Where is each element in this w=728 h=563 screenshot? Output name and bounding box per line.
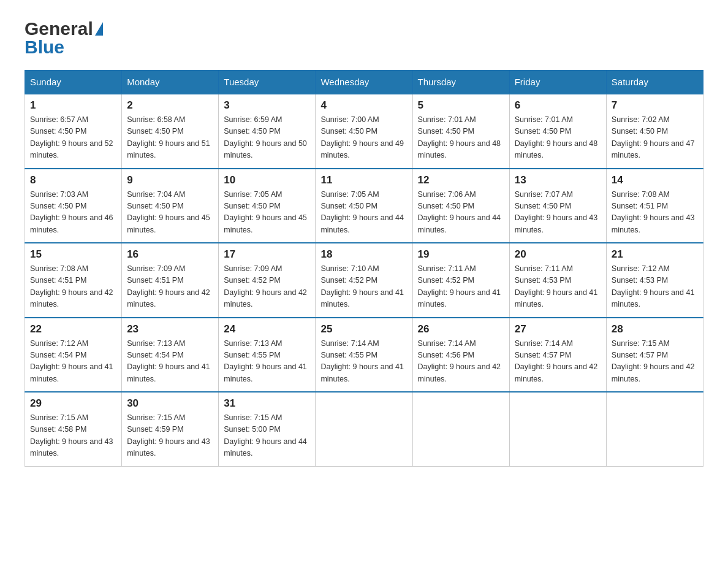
day-number: 19 (418, 248, 504, 261)
day-info: Sunrise: 7:05 AMSunset: 4:50 PMDaylight:… (224, 189, 310, 237)
page-header: General Blue (25, 18, 703, 58)
day-info: Sunrise: 7:10 AMSunset: 4:52 PMDaylight:… (320, 263, 407, 311)
logo: General Blue (25, 18, 105, 58)
week-row-4: 22Sunrise: 7:12 AMSunset: 4:54 PMDayligh… (25, 318, 703, 393)
day-info: Sunrise: 7:04 AMSunset: 4:50 PMDaylight:… (127, 189, 213, 237)
calendar-cell: 3Sunrise: 6:59 AMSunset: 4:50 PMDaylight… (219, 94, 316, 169)
day-info: Sunrise: 7:14 AMSunset: 4:57 PMDaylight:… (515, 338, 601, 386)
col-header-wednesday: Wednesday (316, 71, 412, 94)
logo-blue-word: Blue (25, 37, 64, 58)
day-number: 14 (612, 174, 698, 186)
calendar-cell: 14Sunrise: 7:08 AMSunset: 4:51 PMDayligh… (606, 169, 703, 243)
calendar-cell: 27Sunrise: 7:14 AMSunset: 4:57 PMDayligh… (509, 318, 606, 393)
day-number: 11 (320, 174, 407, 186)
day-info: Sunrise: 6:57 AMSunset: 4:50 PMDaylight:… (30, 114, 116, 162)
calendar-cell: 4Sunrise: 7:00 AMSunset: 4:50 PMDaylight… (316, 94, 412, 169)
day-number: 4 (320, 99, 407, 112)
logo-arrow-icon (95, 22, 103, 36)
day-info: Sunrise: 7:02 AMSunset: 4:50 PMDaylight:… (612, 114, 698, 162)
calendar-cell: 22Sunrise: 7:12 AMSunset: 4:54 PMDayligh… (25, 318, 122, 393)
week-row-3: 15Sunrise: 7:08 AMSunset: 4:51 PMDayligh… (25, 243, 703, 318)
week-row-1: 1Sunrise: 6:57 AMSunset: 4:50 PMDaylight… (25, 94, 703, 169)
day-info: Sunrise: 7:15 AMSunset: 4:58 PMDaylight:… (30, 412, 116, 460)
calendar-cell: 16Sunrise: 7:09 AMSunset: 4:51 PMDayligh… (122, 243, 219, 318)
day-info: Sunrise: 7:13 AMSunset: 4:54 PMDaylight:… (127, 338, 213, 386)
calendar-cell: 2Sunrise: 6:58 AMSunset: 4:50 PMDaylight… (122, 94, 219, 169)
calendar-cell: 29Sunrise: 7:15 AMSunset: 4:58 PMDayligh… (25, 392, 122, 466)
day-number: 2 (127, 99, 213, 112)
week-row-5: 29Sunrise: 7:15 AMSunset: 4:58 PMDayligh… (25, 392, 703, 466)
day-number: 18 (320, 248, 407, 261)
calendar-cell (509, 392, 606, 466)
day-number: 29 (30, 397, 116, 410)
calendar-cell: 31Sunrise: 7:15 AMSunset: 5:00 PMDayligh… (219, 392, 316, 466)
calendar-cell: 30Sunrise: 7:15 AMSunset: 4:59 PMDayligh… (122, 392, 219, 466)
day-info: Sunrise: 7:15 AMSunset: 5:00 PMDaylight:… (224, 412, 310, 460)
day-number: 22 (30, 323, 116, 335)
day-info: Sunrise: 7:14 AMSunset: 4:56 PMDaylight:… (418, 338, 504, 386)
col-header-monday: Monday (122, 71, 219, 94)
day-number: 21 (612, 248, 698, 261)
day-number: 8 (30, 174, 116, 186)
day-info: Sunrise: 7:01 AMSunset: 4:50 PMDaylight:… (418, 114, 504, 162)
calendar-cell: 12Sunrise: 7:06 AMSunset: 4:50 PMDayligh… (412, 169, 509, 243)
day-number: 31 (224, 397, 310, 410)
calendar-cell (316, 392, 412, 466)
day-number: 20 (515, 248, 601, 261)
day-info: Sunrise: 7:12 AMSunset: 4:54 PMDaylight:… (30, 338, 116, 386)
day-info: Sunrise: 7:12 AMSunset: 4:53 PMDaylight:… (612, 263, 698, 311)
day-info: Sunrise: 7:11 AMSunset: 4:52 PMDaylight:… (418, 263, 504, 311)
day-info: Sunrise: 6:58 AMSunset: 4:50 PMDaylight:… (127, 114, 213, 162)
calendar-cell: 13Sunrise: 7:07 AMSunset: 4:50 PMDayligh… (509, 169, 606, 243)
col-header-tuesday: Tuesday (219, 71, 316, 94)
day-info: Sunrise: 7:01 AMSunset: 4:50 PMDaylight:… (515, 114, 601, 162)
calendar-cell: 1Sunrise: 6:57 AMSunset: 4:50 PMDaylight… (25, 94, 122, 169)
day-number: 16 (127, 248, 213, 261)
calendar-cell: 23Sunrise: 7:13 AMSunset: 4:54 PMDayligh… (122, 318, 219, 393)
calendar-cell: 10Sunrise: 7:05 AMSunset: 4:50 PMDayligh… (219, 169, 316, 243)
calendar-cell: 9Sunrise: 7:04 AMSunset: 4:50 PMDaylight… (122, 169, 219, 243)
day-number: 26 (418, 323, 504, 335)
day-info: Sunrise: 7:15 AMSunset: 4:57 PMDaylight:… (612, 338, 698, 386)
day-number: 27 (515, 323, 601, 335)
day-info: Sunrise: 7:11 AMSunset: 4:53 PMDaylight:… (515, 263, 601, 311)
calendar-cell (606, 392, 703, 466)
calendar-cell: 25Sunrise: 7:14 AMSunset: 4:55 PMDayligh… (316, 318, 412, 393)
day-info: Sunrise: 7:08 AMSunset: 4:51 PMDaylight:… (30, 263, 116, 311)
day-number: 10 (224, 174, 310, 186)
calendar-cell: 19Sunrise: 7:11 AMSunset: 4:52 PMDayligh… (412, 243, 509, 318)
day-info: Sunrise: 7:14 AMSunset: 4:55 PMDaylight:… (320, 338, 407, 386)
logo-brand: General (25, 18, 105, 39)
calendar-cell: 17Sunrise: 7:09 AMSunset: 4:52 PMDayligh… (219, 243, 316, 318)
day-number: 23 (127, 323, 213, 335)
day-number: 6 (515, 99, 601, 112)
day-info: Sunrise: 7:05 AMSunset: 4:50 PMDaylight:… (320, 189, 407, 237)
day-number: 12 (418, 174, 504, 186)
day-info: Sunrise: 7:09 AMSunset: 4:52 PMDaylight:… (224, 263, 310, 311)
calendar-cell: 15Sunrise: 7:08 AMSunset: 4:51 PMDayligh… (25, 243, 122, 318)
day-info: Sunrise: 7:07 AMSunset: 4:50 PMDaylight:… (515, 189, 601, 237)
calendar-cell: 11Sunrise: 7:05 AMSunset: 4:50 PMDayligh… (316, 169, 412, 243)
day-info: Sunrise: 7:00 AMSunset: 4:50 PMDaylight:… (320, 114, 407, 162)
calendar-cell: 28Sunrise: 7:15 AMSunset: 4:57 PMDayligh… (606, 318, 703, 393)
day-info: Sunrise: 6:59 AMSunset: 4:50 PMDaylight:… (224, 114, 310, 162)
calendar-cell: 7Sunrise: 7:02 AMSunset: 4:50 PMDaylight… (606, 94, 703, 169)
day-info: Sunrise: 7:15 AMSunset: 4:59 PMDaylight:… (127, 412, 213, 460)
calendar-cell (412, 392, 509, 466)
calendar-table: SundayMondayTuesdayWednesdayThursdayFrid… (25, 70, 703, 467)
day-info: Sunrise: 7:13 AMSunset: 4:55 PMDaylight:… (224, 338, 310, 386)
col-header-sunday: Sunday (25, 71, 122, 94)
day-info: Sunrise: 7:03 AMSunset: 4:50 PMDaylight:… (30, 189, 116, 237)
day-number: 28 (612, 323, 698, 335)
day-info: Sunrise: 7:09 AMSunset: 4:51 PMDaylight:… (127, 263, 213, 311)
day-number: 13 (515, 174, 601, 186)
calendar-cell: 18Sunrise: 7:10 AMSunset: 4:52 PMDayligh… (316, 243, 412, 318)
calendar-cell: 21Sunrise: 7:12 AMSunset: 4:53 PMDayligh… (606, 243, 703, 318)
day-number: 5 (418, 99, 504, 112)
day-number: 17 (224, 248, 310, 261)
day-number: 15 (30, 248, 116, 261)
calendar-cell: 24Sunrise: 7:13 AMSunset: 4:55 PMDayligh… (219, 318, 316, 393)
day-info: Sunrise: 7:06 AMSunset: 4:50 PMDaylight:… (418, 189, 504, 237)
day-number: 24 (224, 323, 310, 335)
col-header-saturday: Saturday (606, 71, 703, 94)
